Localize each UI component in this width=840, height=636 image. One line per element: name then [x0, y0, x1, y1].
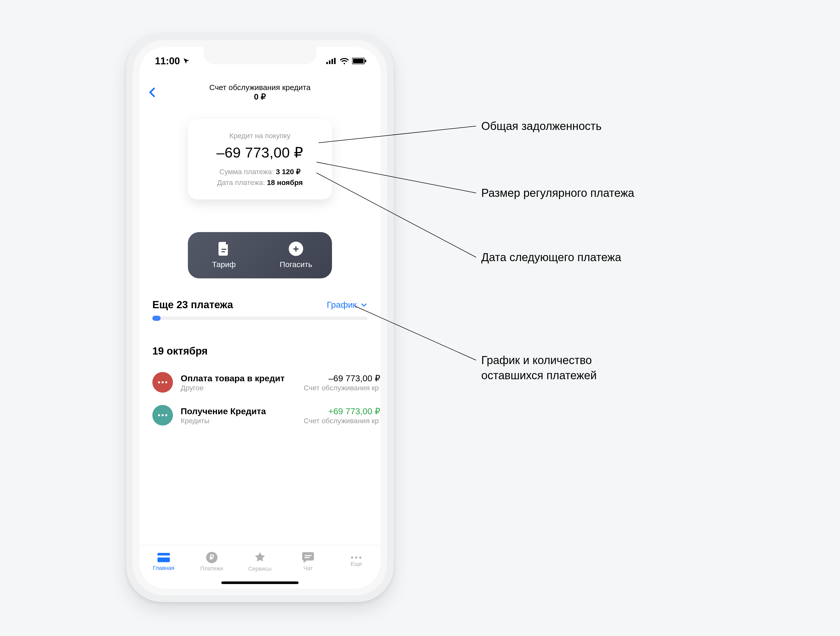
- svg-rect-10: [158, 556, 170, 557]
- dots-icon: [158, 414, 167, 416]
- tab-services[interactable]: Сервисы: [236, 545, 284, 578]
- transaction-title: Получение Кредита: [181, 406, 266, 417]
- svg-rect-5: [353, 58, 364, 63]
- tab-label: Главная: [153, 565, 174, 571]
- loan-label: Кредит на покупку: [196, 132, 324, 140]
- chevron-down-icon: [360, 301, 368, 308]
- tab-label: Сервисы: [248, 565, 272, 572]
- schedule-link-label: График: [327, 300, 357, 310]
- tab-payments[interactable]: ₽ Платежи: [188, 545, 236, 578]
- dots-icon: [158, 381, 167, 383]
- payment-amount-line: Сумма платежа: 3 120 ₽: [196, 166, 324, 177]
- annotation-line-2: оставшихся платежей: [481, 369, 597, 382]
- annotation-line-1: График и количество: [481, 354, 592, 366]
- star-icon: [254, 552, 266, 563]
- tariff-label: Тариф: [212, 260, 236, 269]
- svg-text:₽: ₽: [210, 553, 214, 561]
- svg-rect-0: [326, 62, 328, 64]
- payment-amount-value: 3 120 ₽: [276, 168, 301, 176]
- annotation-next-date: Дата следующего платежа: [481, 249, 621, 265]
- payments-row: Еще 23 платежа График: [152, 299, 368, 311]
- loan-amount: –69 773,00 ₽: [196, 144, 324, 161]
- tab-chat[interactable]: Чат: [284, 545, 332, 578]
- card-icon: [158, 552, 170, 563]
- svg-rect-1: [329, 60, 330, 64]
- category-icon: [152, 372, 173, 393]
- app-header: Счет обслуживания кредита 0 ₽: [139, 76, 381, 109]
- action-pill: Тариф + Погасить: [188, 232, 332, 278]
- svg-rect-2: [332, 59, 333, 64]
- cellular-icon: [326, 58, 336, 64]
- transaction-amount: –69 773,00 ₽: [328, 373, 381, 383]
- payment-amount-label: Сумма платежа:: [219, 168, 274, 176]
- more-icon: [351, 557, 361, 559]
- tab-label: Платежи: [200, 565, 223, 572]
- transaction-title: Оплата товара в кредит: [181, 372, 285, 384]
- wifi-icon: [340, 58, 349, 64]
- battery-icon: [352, 58, 366, 64]
- repay-label: Погасить: [280, 260, 312, 269]
- progress-thumb: [152, 316, 161, 321]
- transaction-date-header: 19 октября: [152, 345, 208, 357]
- location-icon: [183, 58, 189, 64]
- document-icon: [218, 241, 230, 256]
- transaction-row[interactable]: Оплата товара в кредит –69 773,00 ₽ Друг…: [152, 366, 381, 399]
- chat-icon: [302, 552, 314, 563]
- phone-notch: [203, 47, 317, 64]
- status-time: 11:00: [155, 55, 180, 66]
- phone-frame: 11:00 Счет обслуживания кредита 0 ₽: [126, 33, 394, 602]
- tab-home[interactable]: Главная: [139, 545, 188, 578]
- transaction-category: Другое: [181, 384, 204, 392]
- svg-rect-6: [365, 60, 366, 62]
- tariff-button[interactable]: Тариф: [188, 232, 260, 278]
- svg-rect-14: [305, 557, 309, 558]
- payment-date-line: Дата платежа: 18 ноября: [196, 177, 324, 188]
- canvas: 11:00 Счет обслуживания кредита 0 ₽: [0, 0, 840, 636]
- ruble-icon: ₽: [206, 552, 218, 563]
- svg-rect-8: [221, 251, 225, 253]
- back-button[interactable]: [147, 87, 158, 98]
- transaction-account: Счет обслуживания кр: [304, 417, 379, 425]
- transaction-list: Оплата товара в кредит –69 773,00 ₽ Друг…: [152, 366, 381, 432]
- tab-label: Еще: [351, 560, 362, 567]
- category-icon: [152, 405, 173, 426]
- loan-card: Кредит на покупку –69 773,00 ₽ Сумма пла…: [188, 119, 332, 199]
- header-balance: 0 ₽: [209, 92, 310, 102]
- transaction-account: Счет обслуживания кр: [304, 384, 379, 392]
- annotation-payment-size: Размер регулярного платежа: [481, 185, 635, 200]
- annotation-schedule: График и количество оставшихся платежей: [481, 352, 597, 383]
- payment-date-value: 18 ноября: [267, 178, 303, 186]
- plus-icon: +: [289, 241, 303, 256]
- progress-bar: [152, 316, 368, 320]
- home-indicator[interactable]: [221, 581, 298, 584]
- svg-rect-13: [305, 555, 312, 556]
- payments-remaining: Еще 23 платежа: [152, 299, 233, 311]
- schedule-link[interactable]: График: [327, 300, 368, 310]
- transaction-category: Кредиты: [181, 417, 210, 425]
- repay-button[interactable]: + Погасить: [260, 232, 332, 278]
- phone-screen: 11:00 Счет обслуживания кредита 0 ₽: [139, 47, 381, 589]
- payment-date-label: Дата платежа:: [217, 178, 265, 186]
- header-title: Счет обслуживания кредита: [209, 83, 310, 92]
- transaction-row[interactable]: Получение Кредита +69 773,00 ₽ Кредиты С…: [152, 399, 381, 432]
- svg-rect-3: [334, 58, 336, 64]
- svg-rect-7: [221, 249, 226, 250]
- annotation-total-debt: Общая задолженность: [481, 118, 602, 134]
- tab-label: Чат: [303, 565, 313, 572]
- transaction-amount: +69 773,00 ₽: [328, 406, 381, 416]
- tab-more[interactable]: Еще: [332, 545, 381, 578]
